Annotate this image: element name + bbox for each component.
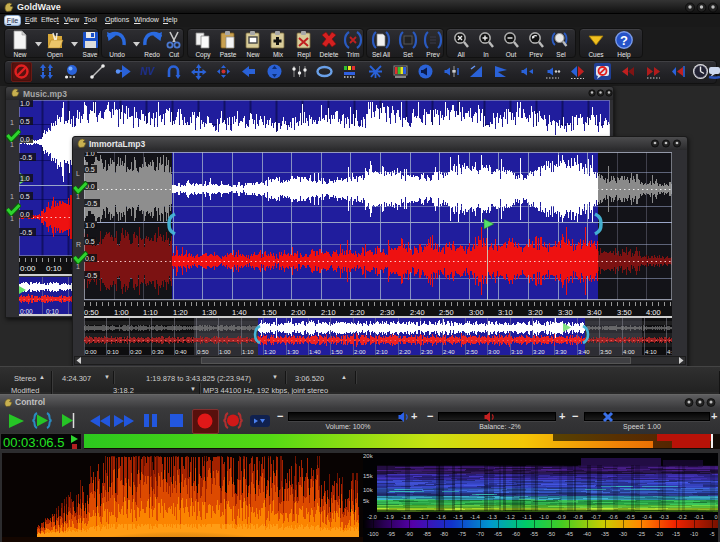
svg-text:1:10: 1:10: [242, 349, 254, 355]
svg-text:-0.2: -0.2: [677, 514, 686, 520]
svg-text:0: 0: [714, 514, 717, 520]
svg-text:-75: -75: [458, 531, 466, 537]
svg-text:2:40: 2:40: [410, 308, 425, 317]
svg-text:1.0: 1.0: [20, 175, 30, 182]
svg-text:0.5: 0.5: [85, 238, 95, 245]
svg-text:2:20: 2:20: [399, 349, 411, 355]
svg-text:4:20: 4:20: [667, 349, 672, 355]
svg-text:3:20: 3:20: [533, 349, 545, 355]
svg-text:-1.8: -1.8: [401, 514, 410, 520]
svg-text:1:40: 1:40: [232, 308, 247, 317]
svg-text:-5: -5: [710, 531, 715, 537]
svg-text:2:00: 2:00: [291, 308, 306, 317]
svg-text:0:50: 0:50: [197, 349, 209, 355]
svg-text:-0.8: -0.8: [573, 514, 582, 520]
svg-text:3:50: 3:50: [617, 308, 632, 317]
svg-text:0.0: 0.0: [20, 136, 30, 143]
svg-text:1:30: 1:30: [202, 308, 217, 317]
svg-text:15k: 15k: [363, 473, 374, 479]
svg-text:0:00: 0:00: [85, 349, 97, 355]
svg-text:4:10: 4:10: [645, 349, 657, 355]
svg-text:-1.1: -1.1: [522, 514, 531, 520]
svg-text:-0.6: -0.6: [608, 514, 617, 520]
svg-text:4:00: 4:00: [623, 349, 635, 355]
svg-text:-1.5: -1.5: [453, 514, 462, 520]
svg-text:-1.0: -1.0: [539, 514, 548, 520]
svg-text:2:20: 2:20: [350, 308, 365, 317]
svg-text:1:50: 1:50: [262, 308, 277, 317]
svg-text:-70: -70: [476, 531, 484, 537]
svg-text:3:30: 3:30: [555, 349, 567, 355]
svg-text:2:30: 2:30: [380, 308, 395, 317]
svg-text:3:30: 3:30: [558, 308, 573, 317]
svg-text:-45: -45: [565, 531, 573, 537]
svg-text:-1.3: -1.3: [487, 514, 496, 520]
svg-text:3:40: 3:40: [587, 308, 602, 317]
svg-text:2:50: 2:50: [439, 308, 454, 317]
svg-text:0:00: 0:00: [20, 264, 36, 273]
svg-text:2:40: 2:40: [443, 349, 455, 355]
svg-text:0:10: 0:10: [107, 349, 119, 355]
svg-text:-2.0: -2.0: [367, 514, 376, 520]
svg-text:3:10: 3:10: [498, 308, 513, 317]
svg-text:?: ?: [620, 33, 628, 48]
svg-text:-20: -20: [655, 531, 663, 537]
svg-text:3:00: 3:00: [469, 308, 484, 317]
svg-text:0.0: 0.0: [20, 211, 30, 218]
svg-text:1:20: 1:20: [264, 349, 276, 355]
svg-text:1:40: 1:40: [309, 349, 321, 355]
svg-text:-40: -40: [583, 531, 591, 537]
svg-text:1.0: 1.0: [85, 222, 95, 229]
svg-text:-0.5: -0.5: [85, 200, 97, 207]
svg-text:0:40: 0:40: [175, 349, 187, 355]
svg-text:5k: 5k: [363, 498, 370, 504]
svg-text:-0.3: -0.3: [659, 514, 668, 520]
svg-text:10k: 10k: [363, 487, 374, 493]
svg-text:3:40: 3:40: [578, 349, 590, 355]
svg-text:-10: -10: [690, 531, 698, 537]
svg-text:1:00: 1:00: [219, 349, 231, 355]
svg-text:0.5: 0.5: [20, 118, 30, 125]
svg-text:1.0: 1.0: [85, 152, 95, 157]
svg-text:1:00: 1:00: [114, 308, 129, 317]
svg-text:-30: -30: [619, 531, 627, 537]
svg-text:2:50: 2:50: [466, 349, 478, 355]
svg-text:1:20: 1:20: [173, 308, 188, 317]
svg-text:-65: -65: [494, 531, 502, 537]
svg-text:-1.9: -1.9: [384, 514, 393, 520]
svg-text:0.5: 0.5: [20, 193, 30, 200]
svg-text:0:10: 0:10: [46, 264, 62, 273]
svg-text:1.0: 1.0: [20, 100, 30, 107]
svg-text:-60: -60: [512, 531, 520, 537]
svg-text:20k: 20k: [363, 453, 374, 459]
svg-text:0:00: 0:00: [20, 308, 33, 315]
svg-text:1:30: 1:30: [287, 349, 299, 355]
svg-text:-0.5: -0.5: [85, 272, 97, 279]
svg-text:0:20: 0:20: [130, 349, 142, 355]
svg-text:-95: -95: [387, 531, 395, 537]
svg-text:4:00: 4:00: [646, 308, 661, 317]
svg-text:-0.7: -0.7: [591, 514, 600, 520]
svg-text:-90: -90: [405, 531, 413, 537]
svg-text:-80: -80: [440, 531, 448, 537]
svg-text:2:30: 2:30: [421, 349, 433, 355]
svg-text:3:10: 3:10: [511, 349, 523, 355]
svg-text:0.5: 0.5: [85, 166, 95, 173]
svg-text:-1.4: -1.4: [470, 514, 479, 520]
svg-text:2:10: 2:10: [376, 349, 388, 355]
svg-text:3:20: 3:20: [528, 308, 543, 317]
svg-text:1:10: 1:10: [143, 308, 158, 317]
svg-text:1:50: 1:50: [331, 349, 343, 355]
svg-text:-35: -35: [601, 531, 609, 537]
svg-text:-0.5: -0.5: [20, 229, 32, 236]
svg-text:0:50: 0:50: [84, 308, 99, 317]
svg-text:-0.5: -0.5: [20, 154, 32, 161]
svg-text:2:00: 2:00: [354, 349, 366, 355]
svg-text:-50: -50: [547, 531, 555, 537]
svg-text:-0.4: -0.4: [642, 514, 651, 520]
svg-text:3:00: 3:00: [488, 349, 500, 355]
svg-text:-25: -25: [637, 531, 645, 537]
svg-text:-0.1: -0.1: [694, 514, 703, 520]
svg-text:3:50: 3:50: [600, 349, 612, 355]
svg-text:-85: -85: [423, 531, 431, 537]
